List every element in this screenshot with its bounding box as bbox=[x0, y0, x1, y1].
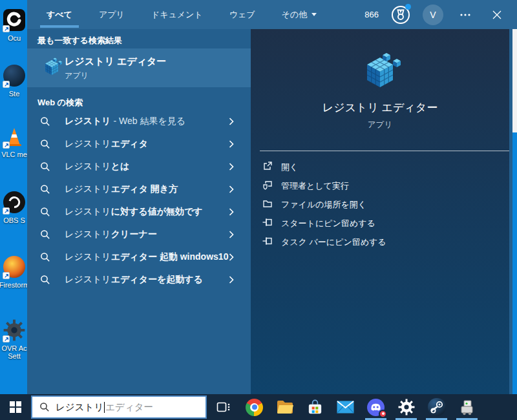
taskbar-app-file-explorer[interactable] bbox=[269, 394, 300, 420]
action-run-as-admin[interactable]: 管理者として実行 bbox=[251, 176, 509, 194]
notification-badge bbox=[379, 410, 387, 418]
taskbar-app-steam[interactable] bbox=[421, 394, 452, 420]
search-icon bbox=[40, 207, 50, 217]
divider bbox=[260, 151, 509, 151]
windows-logo-icon bbox=[10, 401, 21, 413]
tab-apps[interactable]: アプリ bbox=[95, 0, 129, 29]
action-open-file-location[interactable]: ファイルの場所を開く bbox=[251, 194, 509, 213]
web-suggestion[interactable]: レジストリとは bbox=[27, 156, 251, 178]
search-icon bbox=[40, 184, 50, 194]
shortcut-arrow-icon bbox=[3, 142, 10, 149]
taskbar-app-pc-utility[interactable] bbox=[452, 394, 482, 420]
web-suggestion[interactable]: レジストリエディタ bbox=[27, 133, 251, 156]
pc-utility-icon bbox=[458, 399, 476, 415]
rewards-points[interactable]: 866 bbox=[364, 10, 379, 19]
user-avatar[interactable]: V bbox=[423, 5, 443, 25]
start-button[interactable] bbox=[0, 394, 31, 420]
chrome-icon bbox=[246, 399, 263, 416]
action-pin-to-start[interactable]: スタートにピン留めする bbox=[251, 213, 509, 232]
web-suggestion[interactable]: レジストリエディター 起動 windows10 bbox=[27, 246, 251, 269]
web-suggestion[interactable]: レジストリ - Web 結果を見る bbox=[27, 110, 251, 133]
search-icon bbox=[39, 402, 50, 412]
background-window-edge bbox=[512, 29, 517, 132]
taskbar-app-chrome[interactable] bbox=[239, 394, 269, 420]
web-suggestion[interactable]: レジストリエディターを起動する bbox=[27, 269, 251, 291]
search-icon bbox=[40, 252, 50, 262]
search-suggestion-text: エディター bbox=[105, 401, 153, 414]
shortcut-arrow-icon bbox=[3, 25, 10, 32]
steam-icon bbox=[428, 398, 446, 416]
tab-more[interactable]: その他 bbox=[278, 0, 321, 29]
settings-gear-icon bbox=[398, 399, 415, 415]
discord-icon bbox=[367, 399, 385, 416]
mail-icon bbox=[337, 401, 354, 414]
open-file-location-icon bbox=[262, 198, 273, 209]
task-view-button[interactable] bbox=[211, 394, 237, 420]
web-suggestion[interactable]: レジストリクリーナー bbox=[27, 224, 251, 246]
shortcut-arrow-icon bbox=[3, 81, 10, 88]
detail-title: レジストリ エディター bbox=[251, 100, 509, 115]
taskbar-app-discord[interactable] bbox=[361, 394, 391, 420]
chevron-right-icon bbox=[229, 231, 234, 238]
chevron-right-icon bbox=[229, 208, 234, 216]
web-suggestion[interactable]: レジストリに対する値が無効です bbox=[27, 201, 251, 224]
shortcut-arrow-icon bbox=[3, 272, 10, 279]
search-flyout-topbar: すべて アプリ ドキュメント ウェブ その他 866 V bbox=[27, 0, 517, 29]
search-icon bbox=[40, 275, 50, 285]
taskbar: レジストリエディター bbox=[0, 394, 517, 420]
chevron-right-icon bbox=[229, 140, 234, 148]
run-as-admin-icon bbox=[262, 180, 273, 190]
action-open[interactable]: 開く bbox=[251, 157, 509, 176]
best-match-header: 最も一致する検索結果 bbox=[37, 35, 122, 47]
web-search-header: Web の検索 bbox=[37, 97, 83, 109]
task-view-icon bbox=[216, 401, 231, 413]
chevron-right-icon bbox=[229, 276, 234, 284]
shortcut-arrow-icon bbox=[3, 207, 10, 215]
tab-web[interactable]: ウェブ bbox=[226, 0, 259, 29]
tab-all[interactable]: すべて bbox=[43, 0, 76, 29]
search-icon bbox=[40, 139, 50, 149]
detail-subtitle: アプリ bbox=[251, 120, 509, 131]
web-suggestion[interactable]: レジストリエディタ 開き方 bbox=[27, 178, 251, 201]
more-options-button[interactable] bbox=[456, 5, 475, 25]
chevron-right-icon bbox=[229, 253, 234, 261]
shortcut-arrow-icon bbox=[3, 335, 10, 342]
best-match-result[interactable]: レジストリ エディター アプリ bbox=[27, 48, 251, 87]
pin-to-taskbar-icon bbox=[262, 236, 273, 246]
search-icon bbox=[40, 229, 50, 240]
windows-desktop: Ocu Ste VLC me OBS S Firestorm bbox=[0, 0, 517, 420]
best-match-subtitle: アプリ bbox=[65, 70, 89, 81]
rewards-medal-icon[interactable] bbox=[391, 5, 410, 25]
pin-to-start-icon bbox=[262, 217, 273, 227]
taskbar-app-store[interactable] bbox=[300, 394, 330, 420]
chevron-down-icon bbox=[311, 13, 317, 16]
notification-dot bbox=[405, 4, 411, 10]
search-flyout: 最も一致する検索結果 レジストリ エディター アプリ Web の検索 レジストリ… bbox=[27, 29, 512, 394]
registry-editor-icon bbox=[359, 52, 401, 94]
action-pin-to-taskbar[interactable]: タスク バーにピン留めする bbox=[251, 232, 509, 251]
taskbar-app-mail[interactable] bbox=[330, 394, 361, 420]
detail-pane: レジストリ エディター アプリ 開く 管理者として実行 bbox=[251, 29, 509, 394]
registry-editor-icon bbox=[41, 58, 62, 78]
close-button[interactable] bbox=[487, 5, 507, 25]
microsoft-store-icon bbox=[306, 399, 324, 416]
chevron-right-icon bbox=[229, 185, 234, 193]
file-explorer-icon bbox=[276, 399, 294, 415]
best-match-title: レジストリ エディター bbox=[65, 56, 166, 68]
text-caret bbox=[104, 402, 105, 413]
taskbar-search-input[interactable]: レジストリエディター bbox=[31, 395, 207, 419]
chevron-right-icon bbox=[229, 163, 234, 171]
open-icon bbox=[262, 161, 273, 171]
search-typed-text: レジストリ bbox=[56, 401, 103, 414]
search-icon bbox=[40, 116, 50, 127]
tab-documents[interactable]: ドキュメント bbox=[147, 0, 207, 29]
taskbar-app-settings[interactable] bbox=[391, 394, 421, 420]
search-filter-tabs: すべて アプリ ドキュメント ウェブ その他 bbox=[27, 0, 321, 29]
search-icon bbox=[40, 162, 50, 172]
chevron-right-icon bbox=[229, 118, 234, 125]
